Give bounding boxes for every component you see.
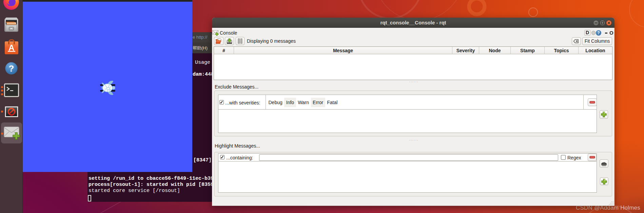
svg-text:A: A: [8, 43, 14, 52]
svg-text:?: ?: [9, 63, 14, 74]
